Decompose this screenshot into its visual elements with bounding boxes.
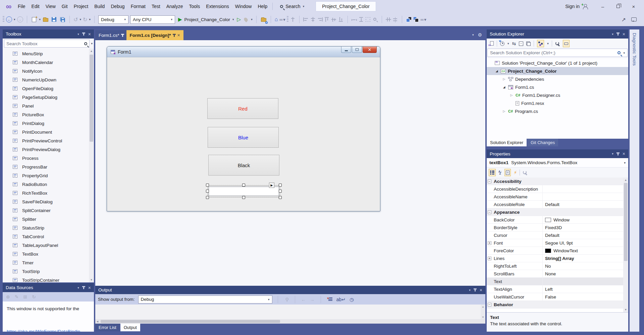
expander-icon[interactable] xyxy=(488,210,491,214)
close-icon[interactable]: × xyxy=(623,32,625,37)
undo-dropdown-icon[interactable]: ▾ xyxy=(79,18,81,21)
gear-icon[interactable]: ⚙ xyxy=(478,32,482,38)
property-value[interactable]: Left xyxy=(542,285,623,293)
toolbox-item[interactable]: OpenFileDialog xyxy=(3,84,94,93)
property-row[interactable]: RightToLeft No xyxy=(487,262,628,270)
share-icon[interactable]: ↗ xyxy=(622,16,626,23)
object-selector-dropdown[interactable]: textBox1 System.Windows.Forms.TextBox ▾ xyxy=(487,158,628,168)
categorized-button[interactable] xyxy=(489,169,496,176)
property-value[interactable]: Fixed3D xyxy=(542,224,623,231)
browser-link-icon[interactable]: ⌂ xyxy=(275,16,278,22)
scroll-left-icon[interactable]: ◀ xyxy=(95,319,100,324)
hierarchy-dropdown-icon[interactable]: ▾ xyxy=(547,42,549,45)
property-row[interactable]: AccessibleDescription xyxy=(487,185,628,193)
diagnostic-tools-strip[interactable]: Diagnostic Tools xyxy=(630,29,639,332)
pin-icon[interactable] xyxy=(475,288,476,291)
tree-node-program-cs[interactable]: ▷ C# Program.cs xyxy=(487,107,628,115)
scroll-up-icon[interactable]: ▲ xyxy=(89,49,94,54)
search-control[interactable]: Search ▾ xyxy=(280,4,304,9)
pin-icon[interactable] xyxy=(618,152,619,155)
toolbox-item[interactable]: ProgressBar xyxy=(3,162,94,171)
toolbox-item[interactable]: NotifyIcon xyxy=(3,67,94,75)
collapse-all-icon[interactable]: − xyxy=(519,42,523,46)
tree-node-dependencies[interactable]: ▷ Dependencies xyxy=(487,75,628,83)
tab-form1-design[interactable]: Form1.cs [Design]* × xyxy=(126,30,183,40)
expander-icon[interactable] xyxy=(488,241,491,245)
property-row[interactable]: Text xyxy=(487,278,628,285)
tree-node-form1-resx[interactable]: Form1.resx xyxy=(487,99,628,107)
property-value[interactable] xyxy=(542,185,623,193)
property-value[interactable] xyxy=(542,278,623,285)
menu-item[interactable]: Format xyxy=(128,2,149,10)
property-value[interactable]: Default xyxy=(542,231,623,239)
property-row[interactable]: UseWaitCursor False xyxy=(487,293,628,301)
close-button[interactable]: × xyxy=(626,0,641,13)
output-header[interactable]: Output ▾ × xyxy=(95,286,485,294)
selected-textbox-control[interactable]: ▶ xyxy=(206,184,282,199)
solution-explorer-header[interactable]: Solution Explorer ▾ × xyxy=(487,29,628,39)
menu-item[interactable]: Build xyxy=(91,2,108,10)
properties-header[interactable]: Properties ▾ × xyxy=(487,149,628,158)
property-row[interactable]: Behavior xyxy=(487,301,628,309)
scroll-down-icon[interactable]: ▼ xyxy=(481,315,485,319)
property-row[interactable]: AccessibleRole Default xyxy=(487,201,628,208)
textbox-field[interactable] xyxy=(209,187,279,196)
pin-icon[interactable] xyxy=(83,286,84,289)
menu-item[interactable]: Analyze xyxy=(163,2,186,10)
expander-icon[interactable] xyxy=(488,257,491,260)
menu-item[interactable]: Git xyxy=(59,2,71,10)
collapsed-arrow-icon[interactable]: ▷ xyxy=(502,77,506,81)
solution-configuration-dropdown[interactable]: Debug ▾ xyxy=(98,15,128,24)
resize-handle[interactable] xyxy=(279,196,282,199)
send-feedback-icon[interactable] xyxy=(631,17,637,21)
show-all-files-icon[interactable] xyxy=(526,42,531,46)
scrollbar-thumb[interactable] xyxy=(101,320,280,323)
property-row[interactable]: Lines String[] Array xyxy=(487,255,628,262)
toolbox-item[interactable]: RadioButton xyxy=(3,180,94,189)
toolbox-header[interactable]: Toolbox ▾ × xyxy=(3,29,94,39)
pin-icon[interactable] xyxy=(83,32,84,36)
property-row[interactable]: Cursor Default xyxy=(487,231,628,239)
window-position-icon[interactable]: ▾ xyxy=(77,286,79,289)
menu-item[interactable]: Test xyxy=(149,2,163,10)
tree-node-project[interactable]: ◢ C# Project_Change_Color xyxy=(487,67,628,75)
pin-icon[interactable] xyxy=(122,34,123,37)
toolbox-item[interactable]: PictureBox xyxy=(3,110,94,119)
window-position-icon[interactable]: ▾ xyxy=(612,152,613,155)
find-in-files-icon[interactable] xyxy=(260,16,267,23)
toolbox-item[interactable]: TabControl xyxy=(3,232,94,241)
switch-views-icon[interactable] xyxy=(489,41,494,46)
property-row[interactable]: BackColor Window xyxy=(487,216,628,224)
start-without-debugging-icon[interactable]: ▷ xyxy=(237,16,241,22)
menu-item[interactable]: Window xyxy=(232,2,255,10)
form-button[interactable]: Black xyxy=(208,155,279,176)
scroll-up-icon[interactable]: ▲ xyxy=(623,178,628,183)
toolbox-item[interactable]: TextBox xyxy=(3,250,94,258)
menu-item[interactable]: View xyxy=(43,2,59,10)
toolbox-item[interactable]: RichTextBox xyxy=(3,189,94,197)
toolbox-item[interactable]: Process xyxy=(3,154,94,162)
scrollbar-thumb[interactable] xyxy=(90,55,93,142)
pin-icon[interactable] xyxy=(174,34,175,37)
menu-item[interactable]: Edit xyxy=(29,2,43,10)
toolbox-item[interactable]: Splitter xyxy=(3,215,94,223)
menu-item[interactable]: Tools xyxy=(186,2,203,10)
scrollbar-thumb[interactable] xyxy=(624,183,628,261)
word-wrap-icon[interactable]: ab↵ xyxy=(336,297,345,302)
toolbox-item[interactable]: MenuStrip xyxy=(3,49,94,58)
output-horizontal-scrollbar[interactable]: ◀ xyxy=(95,319,485,324)
scroll-down-icon[interactable]: ▼ xyxy=(89,277,94,282)
toolbox-item[interactable]: ToolStrip xyxy=(3,267,94,276)
property-row[interactable]: ForeColor WindowText xyxy=(487,247,628,255)
data-sources-header[interactable]: Data Sources ▾ × xyxy=(3,283,94,292)
undo-icon[interactable]: ↺ xyxy=(73,16,78,23)
output-body[interactable]: The program '[8296] Project_Change_Color… xyxy=(95,305,485,319)
scroll-down-icon[interactable]: ▼ xyxy=(623,307,628,312)
property-row[interactable]: Accessibility xyxy=(487,178,628,185)
property-row[interactable]: Appearance xyxy=(487,208,628,216)
toolbar-grip[interactable] xyxy=(287,16,288,23)
redo-icon[interactable]: ↻ xyxy=(83,16,87,23)
bring-to-front-icon[interactable] xyxy=(406,17,412,22)
tab-error-list[interactable]: Error List xyxy=(95,324,120,331)
property-row[interactable]: TextAlign Left xyxy=(487,285,628,293)
